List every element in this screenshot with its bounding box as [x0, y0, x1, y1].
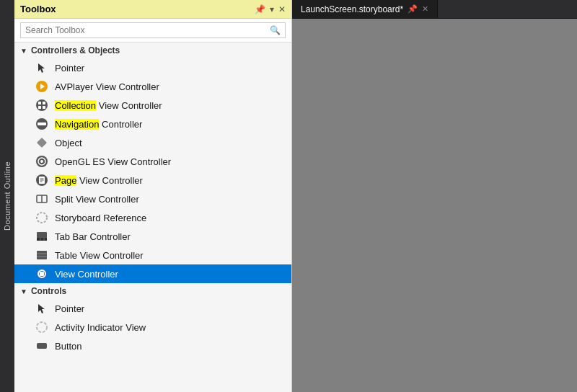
- list-item[interactable]: Table View Controller: [14, 246, 291, 264]
- svg-rect-5: [43, 102, 45, 104]
- list-item[interactable]: Navigation Controller: [14, 115, 291, 133]
- item-label-tabbar: Tab Bar Controller: [55, 231, 131, 242]
- toolbox-list: ▼ Controllers & Objects Pointer AVPlayer…: [14, 43, 291, 392]
- section-arrow-controls: ▼: [20, 288, 27, 295]
- toolbox-search-bar: 🔍: [14, 19, 291, 43]
- item-label-pointer2: Pointer: [55, 303, 84, 314]
- viewcontroller-icon: [35, 267, 49, 281]
- tableview-icon: [35, 248, 49, 262]
- section-label-controls: Controls: [31, 286, 66, 296]
- section-arrow-controllers: ▼: [20, 47, 27, 55]
- list-item[interactable]: Storyboard Reference: [14, 208, 291, 227]
- document-outline-tab[interactable]: Document Outline: [0, 0, 14, 392]
- avplayer-icon: [35, 79, 49, 94]
- item-label-page: Page View Controller: [55, 175, 143, 186]
- list-item[interactable]: OpenGL ES View Controller: [14, 152, 291, 171]
- document-outline-label: Document Outline: [3, 161, 12, 231]
- list-item[interactable]: Split View Controller: [14, 190, 291, 208]
- list-item[interactable]: Tab Bar Controller: [14, 227, 291, 246]
- list-item[interactable]: Activity Indicator View: [14, 318, 291, 337]
- svg-rect-34: [37, 343, 47, 349]
- item-label-pointer1: Pointer: [55, 63, 84, 74]
- svg-rect-26: [37, 251, 47, 259]
- item-label-object: Object: [55, 138, 82, 148]
- svg-rect-10: [37, 138, 47, 148]
- editor-tab-active[interactable]: LaunchScreen.storyboard* 📌 ✕: [292, 0, 438, 18]
- search-input[interactable]: [20, 22, 286, 38]
- list-item[interactable]: Pointer: [14, 299, 291, 318]
- storyboard-icon: [35, 210, 49, 225]
- svg-point-3: [36, 99, 48, 111]
- list-item[interactable]: Button: [14, 337, 291, 355]
- svg-rect-23: [37, 238, 47, 241]
- highlight-navigation: Navigation: [55, 119, 99, 130]
- highlight-collection: Collection: [55, 100, 96, 111]
- item-label-collection-rest: View Controller: [96, 100, 162, 111]
- tabbar-icon: [35, 229, 49, 244]
- pointer2-icon: [35, 301, 49, 316]
- svg-rect-31: [40, 272, 44, 276]
- pin-icon[interactable]: 📌: [408, 4, 418, 14]
- svg-marker-0: [38, 63, 45, 73]
- dropdown-icon[interactable]: ▾: [270, 4, 274, 14]
- highlight-page: Page: [55, 175, 76, 186]
- item-label-collection: Collection View Controller: [55, 100, 162, 111]
- item-label-navigation: Navigation Controller: [55, 119, 142, 130]
- tab-label: LaunchScreen.storyboard*: [301, 4, 403, 14]
- toolbox-title: Toolbox: [20, 4, 56, 14]
- item-label-storyboard: Storyboard Reference: [55, 213, 146, 223]
- item-label-split: Split View Controller: [55, 194, 139, 205]
- button-icon: [35, 339, 49, 353]
- activity-icon: [35, 320, 49, 334]
- navigation-icon: [35, 117, 49, 131]
- section-header-controllers[interactable]: ▼ Controllers & Objects: [14, 43, 291, 58]
- toolbox-header: Toolbox 📌 ▾ ✕: [14, 0, 291, 19]
- pin-icon[interactable]: 📌: [255, 4, 265, 14]
- collection-icon: [35, 98, 49, 112]
- item-label-opengl: OpenGL ES View Controller: [55, 156, 171, 167]
- item-label-activity: Activity Indicator View: [55, 322, 146, 333]
- editor-area: LaunchScreen.storyboard* 📌 ✕ Carrier: [292, 0, 577, 392]
- split-icon: [35, 192, 49, 206]
- pointer-icon: [35, 61, 49, 75]
- section-label-controllers: Controllers & Objects: [31, 45, 120, 55]
- item-label-navigation-rest: Controller: [99, 119, 142, 130]
- item-label-page-rest: View Controller: [76, 175, 143, 186]
- editor-tabs: LaunchScreen.storyboard* 📌 ✕: [292, 0, 577, 19]
- list-item[interactable]: Page View Controller: [14, 171, 291, 190]
- item-label-button: Button: [55, 341, 82, 352]
- object-icon: [35, 135, 49, 150]
- svg-point-13: [40, 160, 43, 163]
- section-header-controls[interactable]: ▼ Controls: [14, 283, 291, 299]
- svg-rect-6: [38, 106, 41, 109]
- list-item[interactable]: Pointer: [14, 58, 291, 77]
- toolbox-panel: Toolbox 📌 ▾ ✕ 🔍 ▼ Controllers & Objects …: [14, 0, 292, 392]
- list-item[interactable]: Collection View Controller: [14, 96, 291, 115]
- item-label-viewcontroller: View Controller: [55, 269, 118, 280]
- svg-rect-4: [38, 102, 41, 104]
- list-item[interactable]: AVPlayer View Controller: [14, 77, 291, 96]
- svg-rect-9: [38, 122, 46, 125]
- svg-point-33: [37, 322, 47, 332]
- item-label-avplayer: AVPlayer View Controller: [55, 81, 159, 92]
- svg-marker-32: [38, 304, 45, 313]
- editor-canvas[interactable]: Carrier: [292, 19, 577, 392]
- page-icon: [35, 173, 49, 187]
- close-icon[interactable]: ✕: [278, 4, 286, 14]
- svg-rect-7: [43, 106, 45, 109]
- toolbox-header-icons: 📌 ▾ ✕: [255, 4, 286, 14]
- svg-point-21: [37, 213, 47, 223]
- list-item[interactable]: Object: [14, 133, 291, 152]
- opengl-icon: [35, 154, 49, 169]
- list-item-viewcontroller[interactable]: View Controller: [14, 264, 291, 283]
- item-label-tableview: Table View Controller: [55, 250, 144, 261]
- tab-close-icon[interactable]: ✕: [422, 4, 428, 14]
